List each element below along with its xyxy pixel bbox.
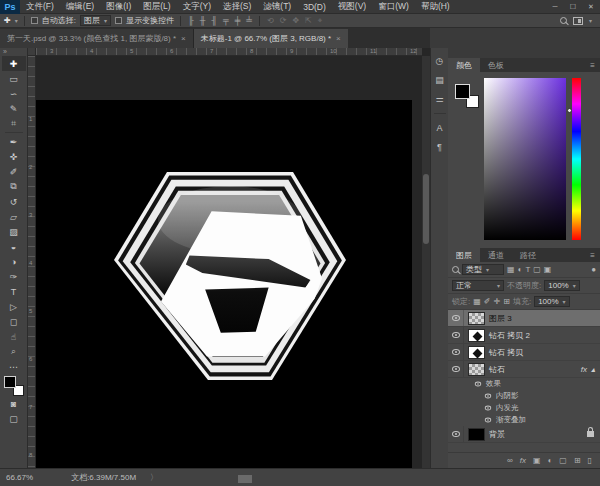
close-icon[interactable]: ×: [181, 34, 186, 43]
menu-window[interactable]: 窗口(W): [372, 1, 415, 13]
vertical-scrollbar[interactable]: [422, 56, 430, 468]
character-panel-icon[interactable]: A: [436, 123, 442, 133]
blur-tool[interactable]: ◒: [2, 239, 26, 254]
history-brush-tool[interactable]: ↺: [2, 194, 26, 209]
lock-all-icon[interactable]: ⊞: [503, 297, 510, 306]
menu-file[interactable]: 文件(F): [20, 1, 60, 13]
lasso-tool[interactable]: ∽: [2, 86, 26, 101]
maximize-button[interactable]: ☐: [564, 0, 582, 14]
quick-mask-button[interactable]: ◙: [2, 396, 26, 411]
crop-tool[interactable]: ⌗: [2, 116, 26, 131]
close-icon[interactable]: ×: [336, 34, 341, 43]
brush-tool[interactable]: ✐: [2, 164, 26, 179]
visibility-toggle[interactable]: [448, 327, 464, 343]
hue-slider-marker[interactable]: [567, 108, 572, 113]
filter-kind-dropdown[interactable]: 类型 ▾: [462, 264, 504, 275]
layer-thumbnail[interactable]: [468, 329, 485, 342]
filter-type-icon[interactable]: T: [525, 265, 530, 274]
auto-select-dropdown[interactable]: 图层 ▾: [80, 15, 111, 26]
tab-swatches[interactable]: 色板: [480, 58, 512, 72]
document-canvas[interactable]: [36, 100, 412, 468]
layer-thumbnail[interactable]: [468, 428, 485, 441]
lock-position-icon[interactable]: ✛: [494, 297, 501, 306]
scrollbar-piece[interactable]: [238, 475, 252, 483]
align-left-icon[interactable]: ╟: [187, 16, 195, 25]
layer-row-diamond-copy[interactable]: 钻石 拷贝: [448, 344, 600, 361]
show-transform-checkbox[interactable]: [115, 17, 122, 24]
eraser-tool[interactable]: ▱: [2, 209, 26, 224]
tool-preset-caret-icon[interactable]: ▾: [15, 17, 18, 24]
eye-icon[interactable]: [485, 394, 491, 399]
filter-adjustment-icon[interactable]: ◐: [518, 265, 523, 274]
clone-stamp-tool[interactable]: ⧉: [2, 179, 26, 194]
layer-thumbnail[interactable]: [468, 346, 485, 359]
visibility-toggle[interactable]: [448, 361, 464, 377]
document-tab-1[interactable]: 第一天.psd @ 33.3% (颜色查找 1, 图层蒙版/8) * ×: [0, 29, 194, 48]
menu-edit[interactable]: 编辑(E): [60, 1, 100, 13]
filter-pixel-icon[interactable]: ▦: [507, 265, 515, 274]
status-chevron-icon[interactable]: 〉: [150, 472, 158, 483]
effect-row-inner-glow[interactable]: 内发光: [448, 402, 600, 414]
workspace-switcher-icon[interactable]: [573, 17, 583, 25]
menu-3d[interactable]: 3D(D): [297, 2, 332, 12]
layer-row-background[interactable]: 背景: [448, 426, 600, 443]
align-center-icon[interactable]: ╫: [199, 16, 207, 25]
healing-brush-tool[interactable]: ✜: [2, 149, 26, 164]
align-bottom-icon[interactable]: ╧: [245, 16, 253, 25]
layer-row-diamond-copy2[interactable]: 钻石 拷贝 2: [448, 327, 600, 344]
link-layers-icon[interactable]: ∞: [507, 456, 513, 465]
tab-paths[interactable]: 路径: [512, 248, 544, 262]
fill-dropdown[interactable]: 100% ▾: [534, 296, 569, 307]
collapse-tools-icon[interactable]: »: [0, 48, 7, 56]
minimize-button[interactable]: ─: [546, 0, 564, 14]
zoom-tool[interactable]: ⌕: [2, 344, 26, 359]
new-group-icon[interactable]: ▢: [559, 456, 567, 465]
foreground-color-swatch[interactable]: [455, 84, 470, 99]
effects-header-row[interactable]: 效果: [448, 378, 600, 390]
layer-row-layer3[interactable]: 图层 3: [448, 310, 600, 327]
visibility-toggle[interactable]: [448, 344, 464, 360]
visibility-toggle[interactable]: [448, 310, 464, 326]
tab-channels[interactable]: 通道: [480, 248, 512, 262]
delete-layer-icon[interactable]: ▯: [588, 456, 592, 465]
filter-toggle-icon[interactable]: ●: [591, 265, 596, 274]
quick-select-tool[interactable]: ✎: [2, 101, 26, 116]
history-panel-icon[interactable]: ◷: [436, 56, 444, 66]
zoom-level[interactable]: 66.67%: [6, 473, 33, 482]
filter-smart-icon[interactable]: ▣: [544, 265, 552, 274]
adjustment-layer-icon[interactable]: ◐: [547, 456, 552, 465]
gradient-tool[interactable]: ▨: [2, 224, 26, 239]
panel-menu-icon[interactable]: ≡: [590, 251, 600, 260]
menu-layer[interactable]: 图层(L): [137, 1, 176, 13]
collapse-effects-icon[interactable]: ▴: [591, 365, 595, 374]
effect-row-gradient-overlay[interactable]: 渐变叠加: [448, 414, 600, 426]
blend-mode-dropdown[interactable]: 正常 ▾: [452, 280, 504, 291]
close-button[interactable]: ✕: [582, 0, 600, 14]
eye-icon[interactable]: [485, 406, 491, 411]
tab-layers[interactable]: 图层: [448, 248, 480, 262]
layer-style-icon[interactable]: fx: [520, 456, 526, 465]
foreground-color-swatch[interactable]: [4, 376, 16, 388]
dodge-tool[interactable]: ◑: [2, 254, 26, 269]
scrollbar-thumb[interactable]: [423, 174, 429, 244]
layer-thumbnail[interactable]: [468, 363, 485, 376]
visibility-toggle[interactable]: [448, 426, 464, 442]
paragraph-panel-icon[interactable]: ¶: [437, 142, 442, 152]
hue-slider[interactable]: [572, 78, 581, 240]
align-top-icon[interactable]: ╤: [222, 16, 230, 25]
document-tab-2[interactable]: 未标题-1 @ 66.7% (图层 3, RGB/8) * ×: [194, 29, 348, 48]
align-middle-icon[interactable]: ╪: [234, 16, 242, 25]
effect-row-inner-shadow[interactable]: 内阴影: [448, 390, 600, 402]
ruler-origin[interactable]: [28, 48, 36, 56]
saturation-brightness-field[interactable]: [484, 78, 566, 240]
opacity-dropdown[interactable]: 100% ▾: [544, 280, 579, 291]
filter-shape-icon[interactable]: ▢: [533, 265, 541, 274]
menu-image[interactable]: 图像(I): [100, 1, 137, 13]
path-select-tool[interactable]: ▷: [2, 299, 26, 314]
tab-color[interactable]: 颜色: [448, 58, 480, 72]
lock-pixels-icon[interactable]: ✐: [484, 297, 491, 306]
eye-icon[interactable]: [475, 382, 481, 387]
edit-toolbar-icon[interactable]: ⋯: [2, 359, 26, 374]
menu-help[interactable]: 帮助(H): [415, 1, 456, 13]
search-icon[interactable]: [560, 17, 567, 24]
